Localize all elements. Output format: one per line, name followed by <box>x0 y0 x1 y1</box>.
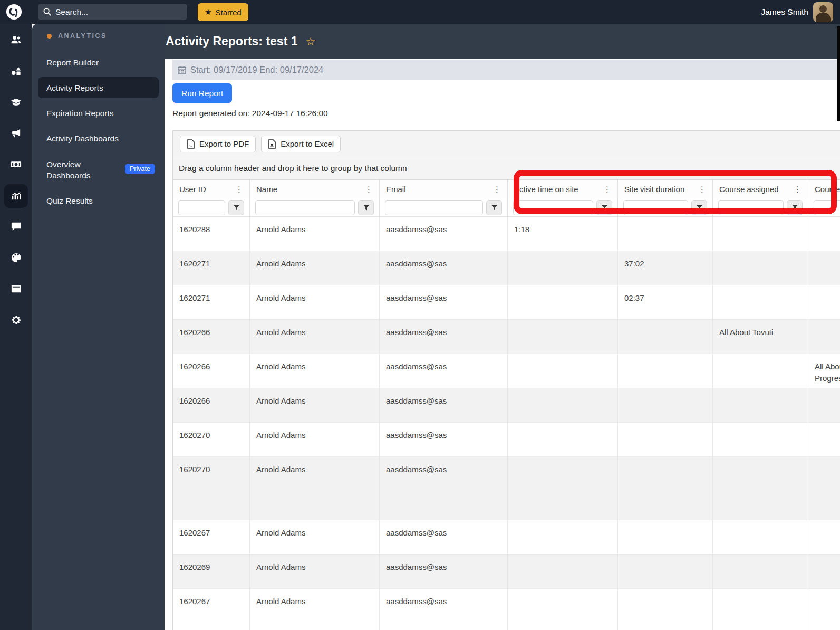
user-menu[interactable]: James Smith <box>761 0 833 24</box>
cell-active-time <box>508 520 618 554</box>
table-row[interactable]: 1620267Arnold Adamsaasddamss@sas <box>173 589 840 630</box>
filter-button-site-visit-duration[interactable] <box>691 200 707 215</box>
cell-site-visit-duration <box>618 589 713 630</box>
cell-site-visit-duration: 37:02 <box>618 251 713 285</box>
filter-input-course-assigned[interactable] <box>718 200 784 215</box>
export-excel-button[interactable]: Export to Excel <box>261 136 341 152</box>
filter-input-name[interactable] <box>255 200 355 215</box>
cell-course-assigned <box>713 217 808 251</box>
filter-input-user-id[interactable] <box>178 200 225 215</box>
money-icon[interactable] <box>0 149 32 180</box>
table-row[interactable]: 1620271Arnold Adamsaasddamss@sas37:02 <box>173 251 840 285</box>
cell-course-assigned <box>713 555 808 588</box>
filter-button-course-assigned[interactable] <box>787 200 803 215</box>
group-panel[interactable]: Drag a column header and drop it here to… <box>173 157 840 180</box>
column-label: User ID <box>179 185 206 194</box>
analytics-chart-icon[interactable] <box>0 180 32 211</box>
cell-site-visit-duration <box>618 320 713 354</box>
filter-input-email[interactable] <box>385 200 483 215</box>
filter-button-user-id[interactable] <box>228 200 244 215</box>
table-row[interactable]: 1620288Arnold Adamsaasddamss@sas1:18 <box>173 217 840 251</box>
cell-user-id: 1620266 <box>173 388 250 422</box>
column-menu-icon[interactable]: ⋮ <box>791 185 804 194</box>
cell-email: aasddamss@sas <box>380 217 508 251</box>
favorite-star-icon[interactable]: ☆ <box>306 35 316 48</box>
star-icon: ★ <box>205 7 211 17</box>
run-report-button[interactable]: Run Report <box>172 83 232 103</box>
column-menu-icon[interactable]: ⋮ <box>233 185 245 194</box>
column-header-active-time[interactable]: Active time on site ⋮ <box>508 180 618 198</box>
starred-button[interactable]: ★ Starred <box>198 3 248 21</box>
cell-site-visit-duration <box>618 423 713 456</box>
user-avatar[interactable] <box>813 2 833 22</box>
table-row[interactable]: 1620271Arnold Adamsaasddamss@sas02:37 <box>173 285 840 320</box>
table-row[interactable]: 1620266Arnold Adamsaasddamss@sas <box>173 388 840 423</box>
column-header-email[interactable]: Email ⋮ <box>380 180 508 198</box>
cell-course-assigned <box>713 423 808 456</box>
column-header-course-assigned[interactable]: Course assigned ⋮ <box>713 180 808 198</box>
filter-input-active-time[interactable] <box>513 200 593 215</box>
users-icon[interactable] <box>0 24 32 55</box>
column-menu-icon[interactable]: ⋮ <box>601 185 613 194</box>
sidebar-item-quiz-results[interactable]: Quiz Results <box>46 195 157 206</box>
filter-cell-course <box>808 198 840 216</box>
filter-button-email[interactable] <box>486 200 502 215</box>
filter-input-site-visit-duration[interactable] <box>623 200 688 215</box>
megaphone-icon[interactable] <box>0 118 32 149</box>
cell-user-id: 1620266 <box>173 320 250 354</box>
shapes-icon[interactable] <box>0 55 32 87</box>
table-row[interactable]: 1620266Arnold Adamsaasddamss@sasAll Abou… <box>173 320 840 354</box>
sidebar-item-expiration-reports[interactable]: Expiration Reports <box>46 108 157 119</box>
pdf-file-icon <box>187 139 195 149</box>
column-label: Course <box>815 185 840 194</box>
table-row[interactable]: 1620267Arnold Adamsaasddamss@sas <box>173 520 840 555</box>
report-grid: Export to PDF Export to Excel Drag a col… <box>172 130 840 630</box>
sidebar: ANALYTICS Report Builder Activity Report… <box>32 24 165 630</box>
cell-site-visit-duration <box>618 555 713 588</box>
date-range-bar[interactable]: Start: 09/17/2019 End: 09/17/2024 <box>172 60 840 80</box>
cell-course-extra <box>808 388 840 422</box>
sidebar-item-activity-reports[interactable]: Activity Reports <box>46 82 157 93</box>
sidebar-item-activity-dashboards[interactable]: Activity Dashboards <box>46 133 157 144</box>
gear-icon[interactable] <box>0 304 32 336</box>
scrollbar-thumb[interactable] <box>837 26 840 121</box>
cell-name: Arnold Adams <box>250 320 380 354</box>
cell-user-id: 1620267 <box>173 589 250 630</box>
filter-cell-email <box>380 198 508 216</box>
chat-icon[interactable] <box>0 211 32 242</box>
column-menu-icon[interactable]: ⋮ <box>491 185 503 194</box>
export-pdf-button[interactable]: Export to PDF <box>180 136 256 152</box>
column-menu-icon[interactable]: ⋮ <box>696 185 708 194</box>
filter-button-active-time[interactable] <box>596 200 612 215</box>
cell-course-assigned <box>713 457 808 520</box>
column-header-name[interactable]: Name ⋮ <box>250 180 380 198</box>
table-row[interactable]: 1620266Arnold Adamsaasddamss@sasAll Abou… <box>173 354 840 388</box>
cell-active-time <box>508 423 618 456</box>
cell-user-id: 1620271 <box>173 251 250 285</box>
palette-icon[interactable] <box>0 242 32 273</box>
table-row[interactable]: 1620270Arnold Adamsaasddamss@sas <box>173 457 840 520</box>
filter-input-course[interactable] <box>814 200 840 215</box>
column-header-course[interactable]: Course ⋮ <box>808 180 840 198</box>
column-menu-icon[interactable]: ⋮ <box>363 185 375 194</box>
top-bar: ★ Starred James Smith <box>0 0 840 24</box>
sidebar-item-overview-dashboards[interactable]: Overview Dashboards <box>46 159 125 181</box>
column-header-user-id[interactable]: User ID ⋮ <box>173 180 250 198</box>
group-hint-text: Drag a column header and drop it here to… <box>179 164 407 173</box>
page-header: Activity Reports: test 1 ☆ <box>165 24 840 59</box>
filter-button-name[interactable] <box>358 200 374 215</box>
cell-active-time: 1:18 <box>508 217 618 251</box>
table-row[interactable]: 1620270Arnold Adamsaasddamss@sas <box>173 423 840 457</box>
cell-active-time <box>508 320 618 354</box>
table-row[interactable]: 1620269Arnold Adamsaasddamss@sas <box>173 555 840 589</box>
graduation-cap-icon[interactable] <box>0 87 32 118</box>
tovuti-logo-icon[interactable] <box>6 4 22 20</box>
column-label: Email <box>386 185 406 194</box>
cell-name: Arnold Adams <box>250 217 380 251</box>
sidebar-item-report-builder[interactable]: Report Builder <box>46 57 157 68</box>
search-input[interactable] <box>55 7 182 17</box>
cell-course-assigned: All About Tovuti <box>713 320 808 354</box>
column-header-site-visit-duration[interactable]: Site visit duration ⋮ <box>618 180 713 198</box>
column-label: Site visit duration <box>624 185 684 194</box>
window-icon[interactable] <box>0 273 32 304</box>
